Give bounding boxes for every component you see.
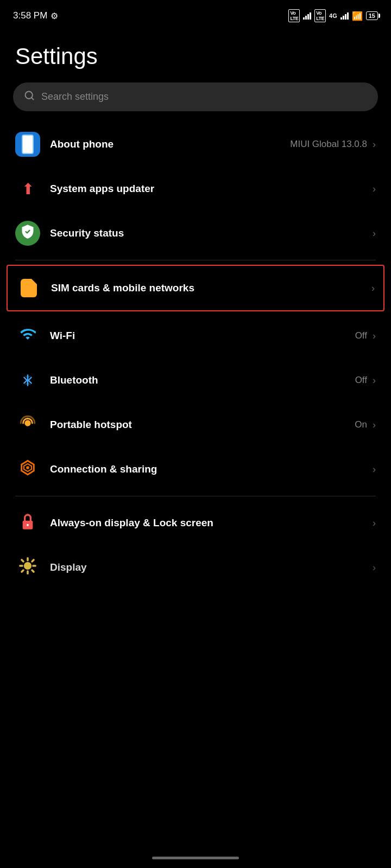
shield-icon (20, 224, 35, 243)
settings-item-system-apps[interactable]: ⬆ System apps updater › (0, 167, 391, 211)
connection-label: Connection & sharing (50, 463, 157, 475)
bottom-bar (0, 850, 391, 868)
system-apps-icon: ⬆ (15, 176, 40, 201)
settings-item-always-on[interactable]: Always-on display & Lock screen › (0, 501, 391, 545)
about-phone-content: About phone (50, 138, 290, 151)
sim-cards-content: SIM cards & mobile networks (51, 282, 371, 295)
sim-cards-label: SIM cards & mobile networks (51, 282, 194, 293)
svg-line-13 (22, 560, 23, 561)
sim-cards-chevron: › (371, 283, 375, 294)
connection-right: › (373, 464, 376, 475)
hotspot-icon (18, 414, 37, 436)
hotspot-label: Portable hotspot (50, 419, 132, 430)
always-on-icon-container (15, 510, 40, 535)
settings-item-display[interactable]: Display › (0, 545, 391, 590)
divider-1 (15, 260, 376, 260)
display-icon (18, 557, 37, 578)
search-placeholder: Search settings (41, 91, 109, 103)
always-on-label: Always-on display & Lock screen (50, 517, 213, 528)
signal-bars-2 (340, 12, 349, 20)
always-on-chevron: › (373, 518, 376, 529)
status-bar: 3:58 PM ⚙ VoLTE VoLTE 4G 📶 15 (0, 0, 391, 27)
hotspot-content: Portable hotspot (50, 418, 355, 432)
battery-indicator: 15 (366, 11, 378, 20)
security-status-content: Security status (50, 227, 373, 240)
about-phone-label: About phone (50, 138, 113, 150)
hotspot-value: On (355, 419, 367, 430)
settings-item-hotspot[interactable]: Portable hotspot On › (0, 403, 391, 447)
sim-cards-icon (16, 276, 41, 301)
settings-item-security-status[interactable]: Security status › (0, 211, 391, 256)
security-status-right: › (373, 228, 376, 239)
wifi-icon (20, 326, 36, 346)
bluetooth-right: Off › (355, 375, 376, 386)
search-icon (24, 90, 35, 104)
wifi-chevron: › (373, 330, 376, 342)
search-container: Search settings (0, 75, 391, 122)
signal-bars-1 (303, 12, 311, 20)
page-header: Settings (0, 27, 391, 75)
volte-badge-2: VoLTE (314, 9, 326, 22)
bluetooth-content: Bluetooth (50, 374, 355, 387)
svg-line-1 (31, 98, 34, 100)
svg-point-5 (26, 466, 29, 469)
connection-icon-container (15, 457, 40, 482)
wifi-status-icon: 📶 (352, 11, 363, 21)
hotspot-chevron: › (373, 419, 376, 431)
system-apps-right: › (373, 183, 376, 195)
status-time: 3:58 PM ⚙ (13, 10, 58, 21)
bluetooth-chevron: › (373, 375, 376, 386)
display-icon-container (15, 555, 40, 580)
connection-content: Connection & sharing (50, 463, 373, 476)
network-4g: 4G (329, 12, 337, 19)
about-phone-value: MIUI Global 13.0.8 (290, 139, 367, 150)
svg-line-14 (32, 570, 34, 572)
settings-item-about-phone[interactable]: About phone MIUI Global 13.0.8 › (0, 122, 391, 167)
bluetooth-value: Off (355, 375, 367, 386)
svg-line-15 (32, 560, 34, 561)
wifi-icon-container (15, 323, 40, 348)
settings-list: About phone MIUI Global 13.0.8 › ⬆ Syste… (0, 122, 391, 590)
hotspot-icon-container (15, 412, 40, 437)
display-label: Display (50, 561, 87, 573)
settings-item-connection[interactable]: Connection & sharing › (0, 447, 391, 492)
wifi-right: Off › (355, 330, 376, 342)
divider-2 (15, 496, 376, 496)
bluetooth-label: Bluetooth (50, 374, 98, 386)
display-chevron: › (373, 562, 376, 573)
always-on-content: Always-on display & Lock screen (50, 516, 373, 530)
security-status-chevron: › (373, 228, 376, 239)
always-on-right: › (373, 518, 376, 529)
display-right: › (373, 562, 376, 573)
lock-icon (19, 512, 36, 534)
status-icons: VoLTE VoLTE 4G 📶 15 (288, 9, 378, 22)
system-apps-chevron: › (373, 183, 376, 195)
sim-cards-right: › (371, 283, 375, 294)
security-status-icon-bg (15, 221, 40, 246)
connection-sharing-icon (18, 458, 37, 480)
settings-item-bluetooth[interactable]: Bluetooth Off › (0, 358, 391, 403)
volte-badge-1: VoLTE (288, 9, 300, 22)
bluetooth-icon-container (15, 368, 40, 393)
search-bar[interactable]: Search settings (13, 82, 378, 111)
system-apps-label: System apps updater (50, 183, 154, 194)
svg-point-7 (27, 524, 29, 526)
page-title: Settings (15, 43, 376, 69)
settings-item-sim-cards[interactable]: SIM cards & mobile networks › (7, 265, 384, 311)
arrow-up-icon: ⬆ (22, 180, 34, 198)
about-phone-chevron: › (373, 139, 376, 150)
security-status-label: Security status (50, 227, 124, 239)
wifi-content: Wi-Fi (50, 329, 355, 343)
svg-point-2 (24, 420, 30, 426)
gear-icon: ⚙ (51, 11, 58, 21)
home-indicator (152, 857, 239, 859)
system-apps-content: System apps updater (50, 182, 373, 196)
connection-chevron: › (373, 464, 376, 475)
about-phone-icon (15, 132, 40, 157)
svg-line-16 (22, 570, 23, 572)
wifi-value: Off (355, 330, 367, 341)
about-phone-right: MIUI Global 13.0.8 › (290, 139, 376, 150)
hotspot-right: On › (355, 419, 376, 431)
sim-shape-icon (21, 279, 37, 297)
settings-item-wifi[interactable]: Wi-Fi Off › (0, 314, 391, 358)
